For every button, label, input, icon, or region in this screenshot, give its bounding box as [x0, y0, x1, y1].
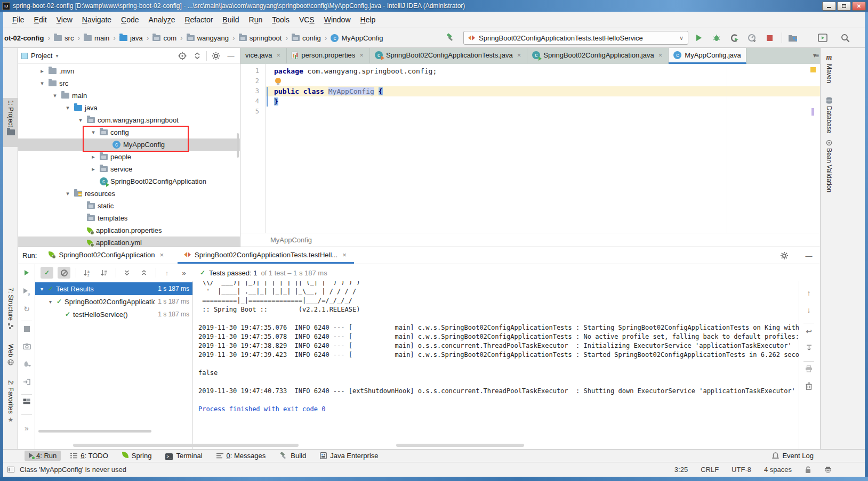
rerun-tests-button[interactable] [18, 268, 35, 277]
close-button[interactable]: ✕ [852, 2, 866, 11]
editor-tab-springboot02configapplication-java[interactable]: cSpringBoot02ConfigApplication.java× [527, 48, 669, 64]
import-test-results-icon[interactable] [18, 378, 35, 386]
locate-file-icon[interactable] [176, 50, 188, 62]
stripe-item-2-favorites[interactable]: 2: Favorites★ [3, 378, 18, 434]
scroll-up-icon[interactable]: ↑ [799, 289, 818, 297]
breadcrumb-item-wangyang[interactable]: wangyang [186, 33, 230, 43]
chevron-down-icon[interactable]: ▾ [55, 53, 58, 59]
breadcrumb-item-myappconfig[interactable]: cMyAppConfig [329, 33, 384, 43]
tree-chevron-icon[interactable]: ▾ [90, 129, 97, 136]
attach-debugger-icon[interactable] [18, 360, 35, 368]
show-ignored-toggle[interactable] [58, 267, 70, 279]
print-icon[interactable] [799, 365, 818, 372]
menu-window[interactable]: Window [319, 13, 356, 26]
stripe-item-7-structure[interactable]: 7: Structure [3, 286, 18, 339]
close-icon[interactable]: × [657, 51, 664, 59]
editor-tab-person-properties[interactable]: person.properties× [287, 48, 370, 64]
close-icon[interactable]: × [358, 51, 365, 59]
tree-chevron-icon[interactable]: ▾ [38, 80, 46, 87]
test-tree-item-testhelloservice-[interactable]: ✓testHelloService()1 s 187 ms [35, 308, 192, 321]
run-with-coverage-button[interactable] [727, 31, 741, 45]
tree-chevron-icon[interactable]: ▾ [47, 299, 54, 305]
toolwindow-java-enterprise[interactable]: Java Enterprise [316, 451, 382, 461]
more-icon[interactable]: » [18, 424, 35, 433]
collapse-all-button[interactable] [138, 267, 150, 279]
editor-body[interactable]: 12345 package com.wangyang.springboot.co… [240, 64, 820, 233]
breadcrumb-item-ot-02-config[interactable]: ot-02-config [3, 33, 45, 43]
tree-chevron-icon[interactable]: ▾ [64, 104, 71, 111]
tree-item-src[interactable]: ▾src [18, 77, 240, 89]
indent-style[interactable]: 4 spaces [764, 466, 792, 474]
close-icon[interactable]: × [158, 251, 165, 259]
tree-item-application-properties[interactable]: application.properties [18, 224, 240, 237]
menu-file[interactable]: File [7, 13, 29, 26]
tree-item-myappconfig[interactable]: cMyAppConfig [18, 138, 240, 151]
previous-failed-test-button[interactable]: ↑ [160, 267, 173, 279]
editor-tab-springboot02configapplicationtests-java[interactable]: cSpringBoot02ConfigApplicationTests.java… [370, 48, 527, 64]
breadcrumb-item-main[interactable]: main [83, 33, 110, 43]
editor-breadcrumb[interactable]: MyAppConfig [240, 236, 312, 244]
stripe-item-web[interactable]: Web [3, 342, 18, 375]
line-ending[interactable]: CRLF [701, 466, 719, 474]
tree-chevron-icon[interactable]: ▾ [51, 92, 59, 99]
test-console[interactable]: \\/ ___)| |_)| | | | | || (_| | ) ) ) ) … [193, 281, 799, 449]
show-passed-toggle[interactable]: ✓ [41, 267, 53, 279]
tree-item-templates[interactable]: templates [18, 212, 240, 224]
menu-edit[interactable]: Edit [29, 13, 52, 26]
stop-button[interactable] [762, 31, 776, 45]
run-dashboard-icon[interactable] [816, 31, 830, 45]
menu-tools[interactable]: Tools [267, 13, 294, 26]
menu-view[interactable]: View [52, 13, 77, 26]
menu-build[interactable]: Build [218, 13, 244, 26]
menu-navigate[interactable]: Navigate [77, 13, 116, 26]
stripe-item-bean-validation[interactable]: Bean Validation [822, 137, 837, 196]
toggle-toolwindow-stripes-icon[interactable] [7, 467, 14, 472]
run-configuration-select[interactable]: SpringBoot02ConfigApplicationTests.testH… [463, 31, 688, 45]
build-hammer-icon[interactable] [443, 31, 457, 45]
inspection-warning-marker[interactable] [810, 67, 816, 72]
tree-chevron-icon[interactable]: ▸ [90, 166, 97, 173]
breadcrumb-item-com[interactable]: com [151, 33, 178, 43]
breadcrumb-item-config[interactable]: config [291, 33, 322, 43]
run-button[interactable] [692, 31, 706, 45]
expand-all-button[interactable] [120, 267, 133, 279]
tree-item-static[interactable]: static [18, 200, 240, 212]
sort-by-duration-button[interactable] [98, 267, 110, 279]
event-log-button[interactable]: Event Log [772, 452, 814, 460]
intention-bulb-icon[interactable] [275, 78, 281, 84]
project-panel-title[interactable]: Project [31, 52, 52, 60]
run-tab-springboot02configapplication[interactable]: SpringBoot02ConfigApplication× [42, 247, 171, 264]
tree-chevron-icon[interactable]: ▾ [38, 286, 45, 292]
clear-all-icon[interactable] [799, 382, 818, 390]
tree-item-main[interactable]: ▾main [18, 89, 240, 102]
layout-settings-icon[interactable] [18, 398, 35, 404]
menu-refactor[interactable]: Refactor [180, 13, 218, 26]
collapse-all-icon[interactable] [191, 50, 203, 62]
tree-chevron-icon[interactable]: ▾ [77, 117, 84, 124]
snapshot-camera-icon[interactable] [18, 343, 35, 349]
lock-icon[interactable] [805, 466, 811, 474]
tree-item-config[interactable]: ▾config [18, 126, 240, 138]
tree-item-springboot02configapplication[interactable]: cSpringBoot02ConfigApplication [18, 175, 240, 187]
editor-tab-vice-java[interactable]: vice.java× [240, 48, 287, 64]
profiler-button[interactable] [745, 31, 759, 45]
project-structure-icon[interactable] [786, 31, 800, 45]
console-hscrollbar-2[interactable] [396, 444, 524, 447]
test-tree-item-test-results[interactable]: ▾✓Test Results1 s 187 ms [35, 282, 192, 295]
soft-wrap-icon[interactable]: ↩ [799, 327, 818, 336]
breadcrumb-item-java[interactable]: java [118, 33, 144, 43]
tree-item--mvn[interactable]: ▸.mvn [18, 65, 240, 77]
breadcrumb-item-src[interactable]: src [53, 33, 75, 43]
maximize-button[interactable] [837, 2, 851, 11]
code-area[interactable]: package com.wangyang.springboot.config; … [267, 64, 820, 233]
toolwindow-terminal[interactable]: >_Terminal [161, 451, 206, 461]
toggle-auto-test-button[interactable]: ↻ [18, 305, 35, 313]
tree-item-java[interactable]: ▾java [18, 102, 240, 114]
tree-item-application-yml[interactable]: application.yml [18, 237, 240, 247]
toolwindow-spring[interactable]: Spring [118, 451, 156, 461]
menu-help[interactable]: Help [356, 13, 381, 26]
stripe-item-database[interactable]: Database [822, 95, 837, 135]
tree-chevron-icon[interactable]: ▸ [38, 68, 46, 75]
menu-vcs[interactable]: VCS [294, 13, 319, 26]
menu-code[interactable]: Code [116, 13, 143, 26]
